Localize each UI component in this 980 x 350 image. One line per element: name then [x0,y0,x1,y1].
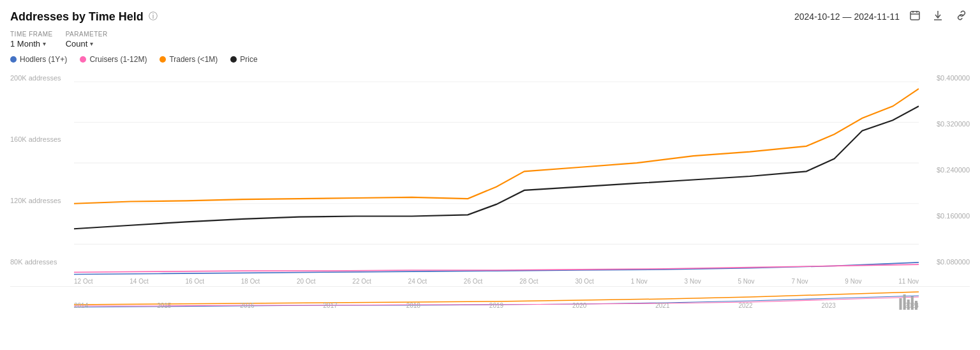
tl-2022: 2022 [738,302,752,309]
date-range: 2024-10-12 — 2024-11-11 [794,11,900,22]
y-label-120k: 120K addresses [10,197,74,204]
tl-2018: 2018 [406,302,420,309]
x-label-7: 26 Oct [464,278,482,285]
tl-2014: 2014 [74,302,88,309]
info-icon[interactable]: ⓘ [149,11,158,22]
timeframe-chevron: ▾ [43,40,46,47]
cruisers-dot [80,56,86,63]
page-title: Addresses by Time Held [10,10,144,24]
x-label-9: 30 Oct [575,278,593,285]
tl-2019: 2019 [489,302,503,309]
x-label-5: 22 Oct [352,278,371,285]
legend-traders[interactable]: Traders (<1M) [160,55,218,64]
controls-row: TIME FRAME 1 Month ▾ PARAMETER Count ▾ [10,31,970,49]
link-icon [956,10,967,20]
parameter-select[interactable]: Count ▾ [66,39,108,49]
x-label-10: 1 Nov [631,278,648,285]
hodlers-dot [10,56,17,63]
y-label-80k: 80K addresses [10,258,74,266]
y-label-200k: 200K addresses [10,74,74,82]
tl-2021: 2021 [655,302,669,309]
parameter-control: PARAMETER Count ▾ [66,31,108,49]
legend-cruisers[interactable]: Cruisers (1-12M) [80,55,147,64]
parameter-chevron: ▾ [90,40,93,47]
header-right: 2024-10-12 — 2024-11-11 [794,9,970,24]
main-chart-area: 200K addresses 160K addresses 120K addre… [10,68,970,285]
calendar-icon [910,10,920,20]
y-label-r1: $0.400000 [919,74,970,82]
price-line [74,106,919,229]
x-label-12: 5 Nov [738,278,755,285]
timeframe-label: TIME FRAME [10,31,53,38]
x-label-2: 16 Oct [186,278,204,285]
y-label-r3: $0.240000 [919,166,970,174]
price-label: Price [240,55,257,64]
legend-row: Hodlers (1Y+) Cruisers (1-12M) Traders (… [10,55,970,64]
x-label-8: 28 Oct [519,278,538,285]
traders-label: Traders (<1M) [169,55,218,64]
parameter-label: PARAMETER [66,31,108,38]
x-label-11: 3 Nov [685,278,701,285]
x-label-14: 9 Nov [845,278,861,285]
title-area: Addresses by Time Held ⓘ [10,10,158,24]
download-icon [933,10,943,20]
cruisers-label: Cruisers (1-12M) [89,55,147,64]
tl-2020: 2020 [572,302,586,309]
bottom-timeline: 2014 2015 2016 2017 2018 2019 2020 2021 … [10,286,970,309]
x-label-13: 7 Nov [791,278,808,285]
x-label-15: 11 Nov [898,278,919,285]
legend-hodlers[interactable]: Hodlers (1Y+) [10,55,67,64]
legend-price[interactable]: Price [230,55,257,64]
x-label-0: 12 Oct [74,278,93,285]
timeframe-control: TIME FRAME 1 Month ▾ [10,31,53,49]
x-label-4: 20 Oct [297,278,315,285]
chart-svg-container [74,68,919,285]
price-dot [230,56,237,63]
header-row: Addresses by Time Held ⓘ 2024-10-12 — 20… [10,9,970,24]
chart-svg [74,68,919,285]
hodlers-line [74,262,919,275]
tl-2023: 2023 [822,302,836,309]
svg-rect-0 [910,11,919,20]
traders-line [74,89,919,204]
tl-2024: 2024 [905,302,919,309]
timeline-x-labels: 2014 2015 2016 2017 2018 2019 2020 2021 … [74,302,919,309]
y-label-160k: 160K addresses [10,135,74,143]
x-label-1: 14 Oct [130,278,148,285]
y-label-r4: $0.160000 [919,212,970,220]
tl-2016: 2016 [240,302,254,309]
link-button[interactable] [953,9,970,24]
y-axis-left: 200K addresses 160K addresses 120K addre… [10,68,74,285]
parameter-value: Count [66,39,88,49]
x-label-6: 24 Oct [408,278,427,285]
download-button[interactable] [930,9,946,24]
calendar-button[interactable] [907,9,923,24]
tl-2015: 2015 [157,302,171,309]
y-axis-right: $0.400000 $0.320000 $0.240000 $0.160000 … [919,68,970,285]
timeframe-select[interactable]: 1 Month ▾ [10,39,53,49]
x-axis-main: 12 Oct 14 Oct 16 Oct 18 Oct 20 Oct 22 Oc… [74,278,919,285]
y-label-r2: $0.320000 [919,120,970,128]
x-label-3: 18 Oct [241,278,260,285]
timeframe-value: 1 Month [10,39,40,49]
traders-dot [160,56,166,63]
tl-2017: 2017 [323,302,338,309]
hodlers-label: Hodlers (1Y+) [20,55,67,64]
y-label-r5: $0.080000 [919,258,970,266]
